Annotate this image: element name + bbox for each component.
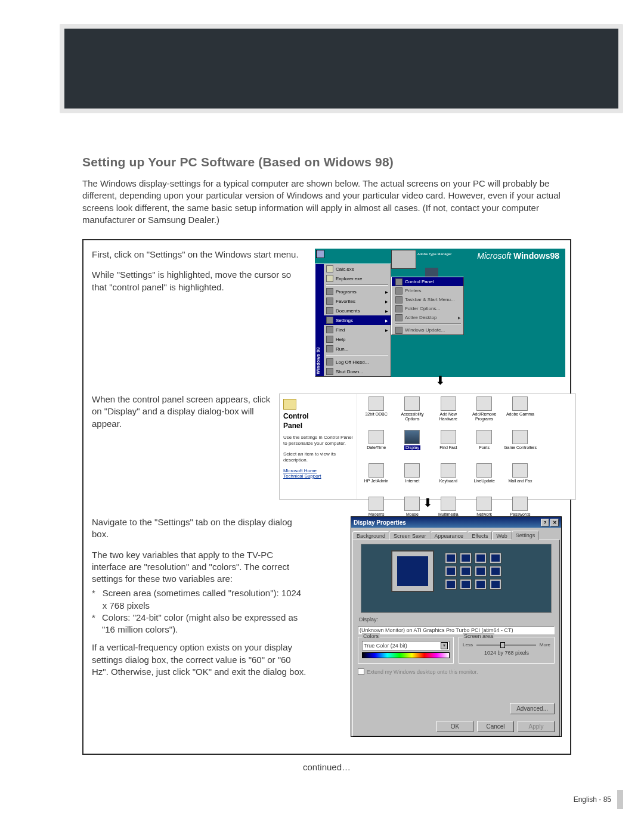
monitor-mini[interactable] (460, 566, 472, 577)
submenu-item[interactable]: Windows Update... (392, 326, 463, 334)
control-panel-item[interactable]: Mail and Fax (502, 463, 538, 497)
start-menu-item[interactable]: Favorites▶ (315, 296, 391, 306)
monitor-mini[interactable] (490, 553, 501, 563)
control-panel-item-icon (512, 396, 528, 411)
submenu-item[interactable]: Taskbar & Start Menu... (392, 295, 463, 304)
control-panel-item-label: Find Fast (431, 445, 466, 450)
monitor-1[interactable]: 1 (391, 550, 434, 592)
control-panel-item-icon (369, 396, 384, 411)
start-menu-recent-item[interactable]: Calc.exe (315, 264, 391, 274)
monitor-mini[interactable] (490, 566, 501, 577)
dialog-body: 1 (352, 540, 560, 736)
colors-dropdown[interactable]: True Color (24 bit) ▾ (362, 641, 450, 650)
submenu-arrow-icon: ▶ (385, 309, 388, 313)
menu-item-label: Run... (336, 346, 348, 352)
control-panel-icon-grid: 32bit ODBCAccessibility OptionsAdd New H… (357, 394, 575, 499)
advanced-button[interactable]: Advanced... (510, 703, 555, 714)
start-menu-item[interactable]: Log Off Hiesd... (315, 357, 391, 367)
start-menu-item[interactable]: Settings▶ (315, 315, 391, 325)
dialog-tabs: BackgroundScreen SaverAppearanceEffectsW… (351, 528, 561, 540)
control-panel-item[interactable]: Date/Time (358, 430, 394, 463)
monitor-mini[interactable] (445, 579, 457, 590)
menu-item-icon (395, 287, 402, 295)
monitor-mini[interactable] (475, 566, 487, 577)
monitor-mini[interactable] (475, 553, 487, 563)
help-button[interactable]: ? (541, 519, 549, 526)
link-technical-support[interactable]: Technical Support (283, 473, 353, 479)
menu-item-label: Control Panel (405, 279, 434, 284)
control-panel-item-label: Display (404, 445, 420, 450)
control-panel-item[interactable]: Add/Remove Programs (466, 396, 502, 430)
dialog-tab[interactable]: Background (352, 531, 389, 540)
monitor-mini[interactable] (475, 579, 487, 590)
close-button[interactable]: ✕ (550, 519, 559, 526)
control-panel-item[interactable]: Game Controllers (502, 430, 538, 463)
submenu-arrow-icon: ▶ (385, 290, 388, 294)
brand-win98: Windows98 (513, 251, 559, 261)
submenu-arrow-icon: ▶ (385, 328, 388, 332)
control-panel-item-label: Fonts (467, 445, 501, 450)
start-menu-item[interactable]: Help (315, 334, 391, 344)
control-panel-item[interactable]: 32bit ODBC (358, 396, 394, 430)
step-3c-text: If a vertical-frequency option exists on… (92, 642, 306, 678)
screenshot-start-menu: Microsoft Windows98 Adobe Type Manager M… (315, 249, 565, 377)
control-panel-item-icon (441, 396, 456, 411)
start-menu-item[interactable]: Run... (315, 344, 391, 354)
ok-button[interactable]: OK (436, 721, 473, 732)
menu-item-label: Folder Options... (405, 306, 440, 311)
start-menu-item[interactable]: Programs▶ (315, 287, 391, 296)
start-menu-item[interactable]: Find▶ (315, 325, 391, 334)
control-panel-item[interactable]: Display (394, 430, 430, 463)
monitor-mini[interactable] (460, 579, 472, 590)
submenu-item[interactable]: Active Desktop▶ (392, 313, 463, 322)
control-panel-item[interactable]: Accessibility Options (394, 396, 430, 430)
bullet-item: *Screen area (sometimes called "resoluti… (92, 587, 306, 612)
control-panel-item[interactable]: Keyboard (431, 463, 466, 497)
menu-separator (326, 355, 388, 356)
display-dropdown[interactable]: (Unknown Monitor) on ATI Graphics Pro Tu… (358, 626, 555, 634)
control-panel-item-label: 32bit ODBC (359, 412, 394, 417)
dialog-tab[interactable]: Web (492, 531, 511, 540)
control-panel-item[interactable]: Fonts (466, 430, 502, 463)
monitor-mini[interactable] (445, 553, 457, 563)
step-3a-text: Navigate to the "Settings" tab on the di… (92, 516, 306, 541)
control-panel-item-icon (369, 430, 384, 444)
control-panel-item[interactable]: HP JetAdmin (358, 463, 394, 497)
apply-button[interactable]: Apply (518, 721, 555, 732)
dialog-tab[interactable]: Settings (512, 531, 540, 540)
step-3b-text: The two key variables that apply to the … (92, 549, 306, 585)
menu-item-icon (326, 358, 333, 365)
dialog-tab[interactable]: Screen Saver (389, 531, 431, 540)
step-2: When the control panel screen appears, c… (92, 394, 562, 500)
control-panel-item-icon (512, 430, 528, 444)
submenu-item[interactable]: Printers (392, 286, 463, 295)
start-menu-item[interactable]: Documents▶ (315, 306, 391, 315)
menu-item-label: Taskbar & Start Menu... (405, 297, 455, 302)
control-panel-item[interactable]: Internet (394, 463, 430, 497)
monitor-mini[interactable] (490, 579, 501, 590)
cancel-button[interactable]: Cancel (477, 721, 514, 732)
resolution-slider[interactable]: Less More (463, 642, 550, 647)
slider-track[interactable] (476, 645, 536, 646)
start-menu-recent-item[interactable]: Explorer.exe (315, 274, 391, 283)
monitor-mini[interactable] (445, 566, 457, 577)
control-panel-item[interactable]: Find Fast (431, 430, 466, 463)
submenu-item[interactable]: Folder Options... (392, 304, 463, 313)
slider-thumb[interactable] (500, 642, 505, 648)
dialog-tab[interactable]: Appearance (431, 531, 468, 540)
monitor-mini[interactable] (460, 553, 472, 563)
submenu-item[interactable]: Control Panel (392, 277, 463, 286)
adobe-icon[interactable] (391, 250, 416, 269)
control-panel-item[interactable]: Add New Hardware (431, 396, 466, 430)
control-panel-empty (538, 463, 574, 497)
start-menu[interactable]: Windows 98 Calc.exeExplorer.exePrograms▶… (315, 264, 391, 377)
control-panel-item[interactable]: LiveUpdate (466, 463, 502, 497)
dialog-tab[interactable]: Effects (467, 531, 492, 540)
start-menu-item[interactable]: Shut Down... (315, 367, 391, 376)
control-panel-item-icon (404, 396, 420, 411)
step-3: Navigate to the "Settings" tab on the di… (92, 516, 562, 737)
control-panel-item[interactable]: Adobe Gamma (502, 396, 538, 430)
link-microsoft-home[interactable]: Microsoft Home (283, 468, 353, 473)
extend-checkbox[interactable] (358, 668, 364, 675)
settings-submenu[interactable]: Control PanelPrintersTaskbar & Start Men… (391, 277, 464, 335)
